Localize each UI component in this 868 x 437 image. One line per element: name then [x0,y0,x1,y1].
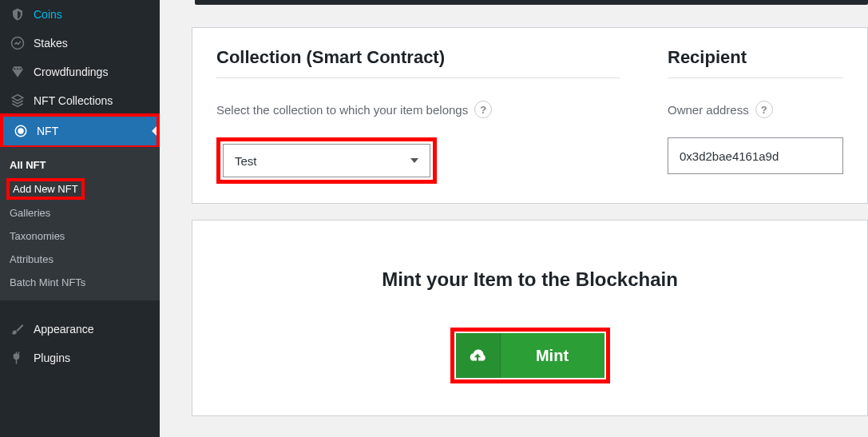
plug-icon [10,350,26,366]
cloud-upload-icon [456,333,501,378]
sidebar-item-appearance[interactable]: Appearance [0,315,160,344]
menu-label: NFT [37,125,58,137]
menu-label: Coins [34,8,62,21]
brush-icon [10,321,26,337]
collection-hint: Select the collection to which your item… [216,101,620,118]
menu-separator [0,300,160,315]
layers-icon [10,93,26,109]
collection-title: Collection (Smart Contract) [216,47,620,78]
menu-label: Plugins [34,352,70,364]
diamond-icon [10,64,26,80]
mint-title: Mint your Item to the Blockchain [216,268,843,291]
chevron-down-icon [410,158,418,163]
mint-button-label: Mint [501,347,604,365]
sidebar-item-stakes[interactable]: Stakes [0,29,160,58]
collection-recipient-panel: Collection (Smart Contract) Select the c… [192,27,868,204]
nft-icon [13,123,29,139]
help-icon[interactable]: ? [474,101,492,118]
submenu-taxonomies[interactable]: Taxonomies [0,224,160,248]
highlight-add-new: Add New NFT [6,178,85,200]
collection-section: Collection (Smart Contract) Select the c… [216,47,620,184]
highlight-mint-button: Mint [450,328,610,383]
nft-submenu: All NFT Add New NFT Galleries Taxonomies… [0,147,160,300]
help-icon[interactable]: ? [755,101,773,118]
highlight-select: Test [216,137,437,184]
sidebar-item-nft[interactable]: NFT [3,117,157,145]
owner-address-input[interactable] [668,137,843,174]
submenu-all-nft[interactable]: All NFT [0,153,160,177]
recipient-section: Recipient Owner address ? [668,47,843,184]
sidebar-item-crowdfundings[interactable]: Crowdfundings [0,58,160,86]
collection-select[interactable]: Test [223,144,430,177]
menu-label: Crowdfundings [34,66,108,78]
sidebar-item-plugins[interactable]: Plugins [0,344,160,372]
recipient-hint: Owner address ? [668,101,843,118]
top-dark-bar [195,0,868,5]
menu-label: NFT Collections [34,94,113,107]
mint-panel: Mint your Item to the Blockchain Mint [192,220,868,416]
submenu-galleries[interactable]: Galleries [0,201,160,224]
menu-label: Appearance [34,323,94,336]
recipient-title: Recipient [668,47,843,78]
menu-label: Stakes [34,37,68,50]
main-content: Collection (Smart Contract) Select the c… [160,0,868,437]
submenu-add-new-nft[interactable]: Add New NFT [13,181,78,197]
submenu-batch-mint[interactable]: Batch Mint NFTs [0,271,160,294]
highlight-nft: NFT [0,113,160,149]
svg-point-2 [18,129,23,133]
sidebar-item-nft-collections[interactable]: NFT Collections [0,86,160,115]
coin-icon [10,6,26,22]
select-value: Test [235,154,257,168]
sidebar-item-coins[interactable]: Coins [0,0,160,29]
submenu-attributes[interactable]: Attributes [0,248,160,271]
mint-button[interactable]: Mint [456,333,604,378]
admin-sidebar: Coins Stakes Crowdfundings NFT Collectio… [0,0,160,437]
chart-icon [10,35,26,51]
